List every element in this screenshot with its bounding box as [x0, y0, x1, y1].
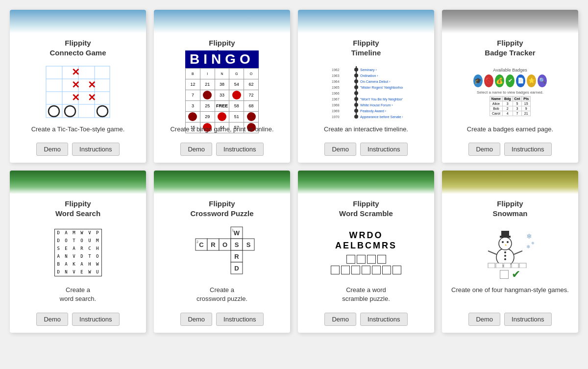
card-header-bingo: [154, 10, 290, 33]
card-desc-snowman: Create one of four hangman-style games.: [444, 286, 576, 308]
svg-rect-75: [488, 263, 495, 268]
svg-text:2: 2: [196, 240, 198, 244]
instructions-button-scramble[interactable]: Instructions: [360, 313, 407, 326]
svg-text:❄: ❄: [526, 244, 530, 249]
card-image-connecto: ✕ ✕ ✕ ✕ ✕: [39, 62, 117, 121]
svg-text:O: O: [222, 241, 227, 248]
instructions-button-crossword[interactable]: Instructions: [216, 313, 263, 326]
card-buttons-bingo: Demo Instructions: [175, 139, 268, 163]
bingo-header: BINGO: [185, 50, 259, 68]
svg-point-17: [354, 74, 358, 77]
svg-text:✕: ✕: [72, 92, 80, 103]
card-badge: FlippityBadge Tracker Available Badges 🎓…: [442, 10, 578, 163]
svg-point-69: [504, 258, 506, 260]
svg-line-71: [514, 251, 522, 254]
svg-text:1969: 1969: [332, 109, 340, 113]
svg-point-7: [49, 106, 59, 117]
instructions-button-bingo[interactable]: Instructions: [216, 143, 263, 156]
card-connecto: FlippityConnecto Game ✕ ✕ ✕: [10, 10, 146, 163]
card-image-wordsearch: DAMWVP DOTOUM SEARCH ANVDTO BAKAHW DNVEW…: [39, 223, 117, 282]
svg-point-16: [354, 68, 358, 72]
svg-text:1: 1: [232, 228, 234, 232]
svg-text:W: W: [234, 229, 240, 237]
card-buttons-snowman: Demo Instructions: [464, 309, 556, 333]
svg-point-24: [354, 115, 358, 119]
svg-point-18: [354, 79, 358, 83]
card-header-timeline: [298, 10, 434, 33]
svg-text:White House Forum ›: White House Forum ›: [360, 103, 393, 107]
svg-point-61: [499, 237, 512, 250]
svg-text:1968: 1968: [332, 103, 340, 107]
card-header-badge: [442, 10, 578, 33]
demo-button-bingo[interactable]: Demo: [180, 143, 212, 156]
svg-text:1967: 1967: [332, 98, 340, 101]
svg-text:S: S: [235, 241, 239, 248]
svg-text:On-Camera Debut ›: On-Camera Debut ›: [360, 80, 391, 83]
svg-point-23: [354, 109, 358, 113]
svg-point-9: [97, 106, 108, 117]
instructions-button-connecto[interactable]: Instructions: [72, 143, 119, 156]
card-desc-scramble: Create a wordscramble puzzle.: [335, 286, 397, 308]
svg-rect-76: [496, 263, 503, 268]
svg-point-68: [504, 255, 506, 257]
demo-button-badge[interactable]: Demo: [468, 143, 500, 156]
card-desc-wordsearch: Create aword search.: [53, 286, 103, 308]
demo-button-wordsearch[interactable]: Demo: [36, 313, 68, 326]
svg-rect-63: [501, 231, 509, 237]
card-wordsearch: FlippityWord Search DAMWVP DOTOUM SEARCH…: [10, 171, 146, 332]
card-header-snowman: [442, 171, 578, 194]
svg-text:✕: ✕: [72, 79, 80, 90]
svg-point-22: [354, 103, 358, 107]
svg-text:S: S: [246, 241, 251, 248]
svg-text:✕: ✕: [88, 92, 96, 103]
card-desc-connecto: Create a Tic-Tac-Toe-style game.: [24, 125, 132, 139]
svg-text:1964: 1964: [332, 80, 340, 83]
instructions-button-badge[interactable]: Instructions: [504, 143, 551, 156]
card-buttons-badge: Demo Instructions: [464, 139, 556, 163]
card-image-bingo: BINGO BINGO 1221385462 73372 325FREE5868: [183, 62, 261, 121]
card-title-scramble: FlippityWord Scramble: [334, 194, 398, 221]
card-title-snowman: FlippitySnowman: [488, 194, 533, 221]
demo-button-timeline[interactable]: Demo: [324, 143, 356, 156]
card-buttons-scramble: Demo Instructions: [319, 309, 412, 333]
svg-text:1963: 1963: [332, 74, 340, 77]
card-snowman: FlippitySnowman: [442, 171, 578, 332]
card-timeline: FlippityTimeline 1962 1963 1964 1965: [298, 10, 434, 163]
card-image-crossword: W 1 C 2 R O S S R D: [183, 223, 261, 282]
card-buttons-wordsearch: Demo Instructions: [31, 309, 124, 333]
card-desc-timeline: Create an interactive timeline.: [317, 125, 415, 139]
demo-button-crossword[interactable]: Demo: [180, 313, 212, 326]
demo-button-snowman[interactable]: Demo: [468, 313, 500, 326]
svg-point-67: [504, 251, 506, 253]
card-title-timeline: FlippityTimeline: [346, 33, 386, 60]
card-header-crossword: [154, 171, 290, 194]
card-desc-bingo: Create a bingo game, print or online.: [163, 125, 280, 139]
svg-point-19: [354, 85, 358, 89]
card-title-badge: FlippityBadge Tracker: [480, 33, 540, 60]
svg-text:✕: ✕: [88, 79, 96, 90]
instructions-button-snowman[interactable]: Instructions: [504, 313, 551, 326]
card-image-badge: Available Badges 🎓 🚫 💰 ✔ 📄 ⭐ 🔍 Select a …: [471, 62, 549, 121]
svg-text:Seminary ›: Seminary ›: [360, 68, 377, 72]
card-buttons-crossword: Demo Instructions: [175, 309, 268, 333]
svg-rect-78: [512, 263, 518, 268]
wordsearch-table: DAMWVP DOTOUM SEARCH ANVDTO BAKAHW DNVEW…: [54, 229, 102, 276]
card-grid: FlippityConnecto Game ✕ ✕ ✕: [10, 10, 578, 333]
card-image-timeline: 1962 1963 1964 1965 1966 1967 1968 1969 …: [327, 62, 405, 121]
svg-text:1966: 1966: [332, 92, 340, 95]
svg-text:1965: 1965: [332, 86, 340, 89]
card-title-wordsearch: FlippityWord Search: [50, 194, 105, 221]
demo-button-scramble[interactable]: Demo: [324, 313, 356, 326]
card-buttons-connecto: Demo Instructions: [31, 139, 124, 163]
card-scramble: FlippityWord Scramble WRDO AELBCMRS: [298, 171, 434, 332]
card-desc-badge: Create a badges earned page.: [460, 125, 560, 139]
svg-text:Ordination ›: Ordination ›: [360, 74, 378, 77]
scramble-letters: WRDO AELBCMRS: [327, 230, 405, 251]
card-header-wordsearch: [10, 171, 146, 194]
card-desc-crossword: Create acrossword puzzle.: [190, 286, 254, 308]
demo-button-connecto[interactable]: Demo: [36, 143, 68, 156]
card-image-snowman: ❄ ❄ ❄ ✔: [471, 223, 549, 282]
scramble-boxes: [327, 255, 405, 274]
instructions-button-wordsearch[interactable]: Instructions: [72, 313, 119, 326]
instructions-button-timeline[interactable]: Instructions: [360, 143, 407, 156]
